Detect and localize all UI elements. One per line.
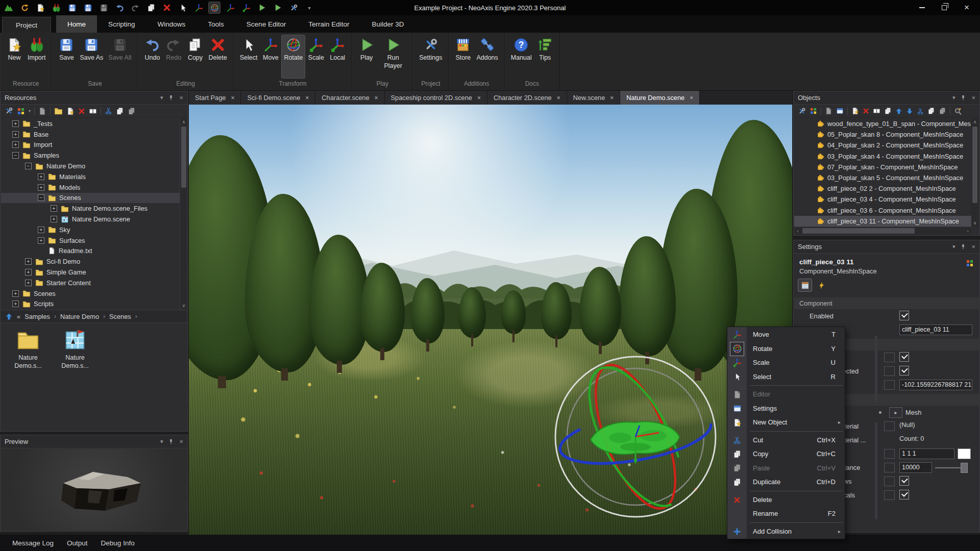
object-item[interactable]: 05_Poplar_skan 8 - Component_MeshInSpace bbox=[794, 129, 971, 140]
settings-panel-header[interactable]: Settings ▾ × bbox=[794, 240, 979, 254]
scale-icon[interactable] bbox=[240, 2, 252, 13]
scroll-down-icon[interactable]: ∨ bbox=[180, 302, 187, 309]
default-value-box[interactable] bbox=[884, 477, 895, 486]
debug-info-tab[interactable]: Debug Info bbox=[101, 539, 135, 547]
name-field[interactable]: cliff_piece_03 11 bbox=[899, 324, 972, 335]
tree-item[interactable]: −Samples bbox=[1, 150, 181, 161]
object-item[interactable]: cliff_piece_03 6 - Component_MeshInSpace bbox=[794, 205, 971, 216]
menu-scene-editor[interactable]: Scene Editor bbox=[235, 15, 297, 33]
resources-settings-icon[interactable] bbox=[5, 107, 13, 115]
close-tab-icon[interactable]: × bbox=[557, 94, 560, 102]
objects-search-icon[interactable] bbox=[954, 107, 962, 115]
menu-tools[interactable]: Tools bbox=[197, 15, 235, 33]
object-item-selected[interactable]: cliff_piece_03 11 - Component_MeshInSpac… bbox=[794, 216, 971, 227]
rotate-icon[interactable] bbox=[209, 2, 220, 13]
resources-panel-header[interactable]: Resources ▾ × bbox=[1, 91, 187, 105]
context-duplicate[interactable]: DuplicateCtrl+D bbox=[727, 475, 845, 489]
tree-item[interactable]: Readme.txt bbox=[1, 246, 181, 257]
tree-item[interactable]: +_Tests bbox=[1, 118, 181, 129]
default-value-box[interactable] bbox=[884, 463, 895, 472]
resources-cut-icon[interactable] bbox=[105, 107, 112, 115]
tree-item[interactable]: +Import bbox=[1, 140, 181, 151]
panel-close-icon[interactable]: × bbox=[971, 243, 975, 251]
tree-item[interactable]: +Simple Game bbox=[1, 267, 181, 278]
scroll-left-icon[interactable]: ‹ bbox=[794, 228, 801, 235]
local-button[interactable]: Local bbox=[327, 35, 348, 78]
scale-button[interactable]: Scale bbox=[306, 35, 326, 78]
default-value-box[interactable] bbox=[884, 380, 895, 390]
scroll-up-icon[interactable]: ∧ bbox=[971, 118, 978, 126]
import-icon[interactable] bbox=[51, 2, 62, 13]
breadcrumb-nature-demo[interactable]: Nature Demo bbox=[60, 313, 99, 320]
close-tab-icon[interactable]: × bbox=[690, 94, 693, 102]
context-copy[interactable]: CopyCtrl+C bbox=[727, 447, 845, 461]
object-item[interactable]: 03_Poplar_skan 5 - Component_MeshInSpace bbox=[794, 172, 971, 183]
receive-decals-checkbox[interactable] bbox=[899, 490, 909, 499]
output-tab[interactable]: Output bbox=[67, 539, 88, 547]
column-splitter[interactable] bbox=[875, 422, 877, 519]
copy-button[interactable]: Copy bbox=[185, 35, 205, 78]
objects-window-icon[interactable] bbox=[836, 107, 844, 115]
scroll-thumb[interactable] bbox=[181, 127, 186, 188]
color-swatch[interactable] bbox=[958, 448, 971, 459]
menu-windows[interactable]: Windows bbox=[146, 15, 197, 33]
rotate-button[interactable]: Rotate bbox=[282, 35, 305, 78]
can-be-selected-checkbox[interactable] bbox=[899, 366, 909, 375]
resources-view-options-icon[interactable] bbox=[17, 107, 25, 115]
move-down-icon[interactable] bbox=[906, 108, 913, 115]
context-new-object[interactable]: New Object▸ bbox=[727, 415, 845, 430]
redo-icon[interactable] bbox=[130, 2, 141, 13]
tree-item[interactable]: +Starter Content bbox=[1, 278, 181, 288]
resources-copy-icon[interactable] bbox=[116, 107, 124, 115]
tab-start-page[interactable]: Start Page× bbox=[189, 91, 241, 105]
tab-nature-demo[interactable]: Nature Demo.scene× bbox=[620, 91, 700, 105]
context-delete[interactable]: Delete bbox=[727, 493, 845, 507]
tree-item[interactable]: +Materials bbox=[1, 171, 181, 182]
object-item[interactable]: 04_Poplar_skan 2 - Component_MeshInSpace bbox=[794, 140, 971, 151]
resources-edit-icon[interactable] bbox=[38, 107, 46, 115]
undo-button[interactable]: Undo bbox=[142, 35, 162, 78]
project-settings-button[interactable]: Settings bbox=[417, 35, 444, 78]
section-component[interactable]: Component bbox=[794, 297, 979, 309]
object-item[interactable]: wood_fence_type_01_B_span - Component_Me… bbox=[794, 118, 971, 129]
close-tab-icon[interactable]: × bbox=[610, 94, 614, 102]
color-field[interactable]: 1 1 1 bbox=[899, 448, 954, 459]
context-rotate[interactable]: RotateY bbox=[727, 342, 845, 356]
breadcrumb-collapse-icon[interactable]: « bbox=[17, 313, 20, 320]
settings-wrench-icon[interactable] bbox=[288, 2, 299, 13]
transform-field[interactable]: -102.1559226788817 21.5 bbox=[899, 380, 972, 390]
objects-duplicate-icon[interactable] bbox=[884, 107, 892, 115]
new-folder-icon[interactable] bbox=[54, 107, 63, 115]
tree-item[interactable]: +Scenes bbox=[1, 288, 181, 299]
tree-item[interactable]: +Scripts bbox=[1, 299, 181, 309]
minimize-button[interactable] bbox=[912, 1, 932, 14]
copy-icon[interactable] bbox=[145, 2, 157, 13]
visible-checkbox[interactable] bbox=[899, 352, 909, 362]
default-value-box[interactable] bbox=[884, 353, 895, 362]
save-as-icon[interactable] bbox=[82, 2, 93, 13]
properties-tab-button[interactable] bbox=[798, 279, 812, 291]
scroll-thumb[interactable] bbox=[972, 127, 977, 203]
preview-panel-header[interactable]: Preview ▾ × bbox=[1, 435, 187, 448]
object-item[interactable]: cliff_piece_02 2 - Component_MeshInSpace bbox=[794, 183, 971, 194]
panel-close-icon[interactable]: × bbox=[971, 94, 975, 102]
view-options-dropdown-icon[interactable]: ▾ bbox=[29, 109, 31, 113]
panel-dropdown-icon[interactable]: ▾ bbox=[160, 438, 163, 445]
context-editor[interactable]: Editor bbox=[727, 387, 845, 402]
mesh-expander-button[interactable]: ▸ bbox=[889, 407, 902, 418]
pin-icon[interactable] bbox=[960, 244, 966, 250]
tab-spaceship-control-2d[interactable]: Spaceship control 2D.scene× bbox=[385, 91, 487, 105]
object-item[interactable]: 07_Poplar_skan - Component_MeshInSpace bbox=[794, 162, 971, 172]
breadcrumb-samples[interactable]: Samples bbox=[24, 313, 50, 320]
select-button[interactable]: Select bbox=[238, 35, 260, 78]
save-button[interactable]: Save bbox=[56, 35, 77, 78]
save-all-icon[interactable] bbox=[98, 2, 109, 13]
tips-button[interactable]: Tips bbox=[535, 35, 555, 78]
visibility-distance-slider[interactable] bbox=[935, 467, 968, 468]
objects-panel-header[interactable]: Objects ▾ × bbox=[794, 91, 979, 105]
default-value-box[interactable] bbox=[884, 449, 895, 459]
context-select[interactable]: SelectR bbox=[727, 370, 845, 384]
scene-viewport[interactable] bbox=[189, 105, 792, 535]
move-icon[interactable] bbox=[193, 2, 204, 13]
objects-vertical-scrollbar[interactable]: ∧ ∨ bbox=[971, 118, 979, 227]
